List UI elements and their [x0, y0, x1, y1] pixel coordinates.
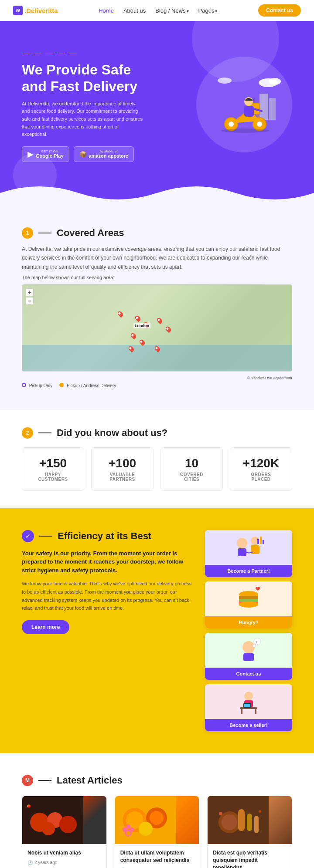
efficiency-layout: ✓ Efficiency at its Best Your safety is … [22, 530, 292, 731]
svg-point-57 [126, 831, 130, 835]
efficiency-cards: Become a Partner! Hungry? [205, 530, 292, 731]
svg-rect-37 [241, 709, 242, 714]
google-play-button[interactable]: ▶ GET IT ON Google Play [22, 146, 69, 162]
articles-section: M Latest Articles 🍅 Nobis ut veniam alia… [0, 753, 314, 868]
svg-point-28 [242, 641, 255, 653]
legend-pickup: Pickup Only [22, 383, 52, 388]
covered-title: Covered Areas [57, 227, 124, 239]
section-number-2: 2 [22, 427, 33, 439]
become-seller-button[interactable]: Become a seller! [205, 719, 292, 731]
legend-pickup-dot [22, 383, 26, 387]
legend-delivery-dot [59, 383, 64, 387]
hero-decoration: — — — — — [22, 47, 144, 57]
svg-point-16 [237, 538, 247, 548]
clock-icon-1: 🕐 [27, 860, 33, 865]
logo-icon: W [13, 6, 23, 15]
contact-card: ? Contact us [205, 633, 292, 680]
svg-rect-62 [247, 814, 252, 831]
stat-customers-number: +150 [29, 456, 77, 470]
hungry-button[interactable]: Hungry? [205, 616, 292, 628]
efficiency-header: ✓ Efficiency at its Best [22, 530, 195, 542]
svg-rect-3 [259, 94, 268, 120]
efficiency-divider [39, 536, 52, 537]
efficiency-check-icon: ✓ [22, 530, 34, 542]
svg-rect-40 [244, 704, 250, 707]
svg-point-2 [218, 78, 232, 84]
article-title-1: Nobis ut veniam alias [27, 849, 101, 857]
navbar: W .Deliveritta Home About us Blog / News… [0, 0, 314, 21]
contact-card-image: ? [205, 633, 292, 668]
svg-point-56 [126, 824, 130, 829]
svg-rect-38 [255, 709, 256, 714]
stat-customers: +150 HAPPYCUSTOMERS [22, 447, 84, 491]
efficiency-title: Efficiency at its Best [58, 530, 151, 542]
svg-rect-22 [263, 540, 264, 544]
nav-links: Home About us Blog / News Pages [99, 7, 217, 14]
efficiency-description: We know your time is valuable. That's wh… [22, 580, 195, 612]
hungry-card-image [205, 581, 292, 616]
stat-orders: +120K ORDERSPLACED [230, 447, 292, 491]
hero-section: — — — — — We Provide Safe and Fast Deliv… [0, 21, 314, 206]
map-pin-1 [117, 310, 124, 317]
covered-description: At Deliveritta, we take pride in our ext… [22, 245, 292, 271]
articles-grid: 🍅 Nobis ut veniam alias 🕐 2 years ago Ea… [22, 796, 292, 868]
map-controls[interactable]: + − [26, 288, 34, 305]
svg-rect-24 [239, 596, 258, 599]
svg-point-32 [253, 645, 256, 647]
amazon-button[interactable]: 📦 Available at amazon appstore [74, 146, 134, 162]
seller-illustration [231, 686, 266, 717]
svg-rect-63 [254, 816, 259, 833]
map-zoom-in[interactable]: + [26, 288, 34, 296]
partner-card-image [205, 530, 292, 565]
oranges-svg [115, 796, 176, 844]
hero-wave [0, 180, 314, 206]
learn-more-button[interactable]: Learn more [22, 620, 69, 634]
article-title-3: Dicta est quo veritatis quisquam impedit… [213, 849, 287, 868]
map-zoom-out[interactable]: − [26, 297, 34, 305]
svg-rect-13 [244, 106, 254, 117]
svg-point-52 [139, 822, 153, 836]
map-london-label: London [133, 323, 150, 328]
svg-point-6 [257, 122, 262, 127]
articles-title: Latest Articles [57, 775, 123, 786]
efficiency-section: ✓ Efficiency at its Best Your safety is … [0, 508, 314, 753]
map-background: + − London [22, 285, 292, 371]
logo-text: .Deliveritta [24, 7, 58, 14]
seller-card-image [205, 684, 292, 719]
contact-illustration: ? [231, 635, 266, 665]
covered-header: 1 Covered Areas [22, 227, 292, 239]
articles-divider [38, 780, 51, 781]
legend-delivery: Pickup / Address Delivery [59, 383, 116, 388]
contact-us-card-button[interactable]: Contact us [205, 668, 292, 680]
partner-card: Become a Partner! [205, 530, 292, 577]
efficiency-content: ✓ Efficiency at its Best Your safety is … [22, 530, 195, 731]
svg-rect-4 [269, 98, 276, 120]
logo[interactable]: W .Deliveritta [13, 6, 58, 15]
nav-blog[interactable]: Blog / News [155, 7, 188, 14]
tomatoes-svg: 🍅 [22, 796, 83, 844]
svg-point-51 [150, 811, 164, 825]
svg-point-65 [259, 810, 261, 813]
section-number-1: 1 [22, 227, 33, 239]
svg-text:🍅: 🍅 [27, 804, 31, 808]
stat-orders-label: ORDERSPLACED [237, 472, 285, 482]
svg-point-64 [219, 812, 222, 815]
nav-home[interactable]: Home [99, 7, 114, 14]
nav-about[interactable]: About us [123, 7, 146, 14]
nav-pages[interactable]: Pages [198, 7, 218, 14]
section-number-m: M [22, 775, 33, 786]
covered-areas-section: 1 Covered Areas At Deliveritta, we take … [0, 206, 314, 410]
svg-point-1 [269, 78, 281, 85]
become-partner-button[interactable]: Become a Partner! [205, 565, 292, 577]
svg-point-44 [59, 816, 77, 833]
article-body-3: Dicta est quo veritatis quisquam impedit… [208, 844, 292, 868]
svg-point-15 [221, 128, 269, 133]
section-divider [38, 233, 51, 233]
stat-cities-label: COVEREDCITIES [168, 472, 215, 482]
article-body-1: Nobis ut veniam alias 🕐 2 years ago Eaqu… [22, 844, 106, 868]
contact-us-button[interactable]: Contact us [258, 4, 301, 17]
stat-partners-label: VALUABLEPARTNERS [99, 472, 146, 482]
article-date-1: 🕐 2 years ago [27, 860, 101, 865]
svg-rect-21 [260, 537, 262, 544]
partner-illustration [231, 532, 266, 563]
